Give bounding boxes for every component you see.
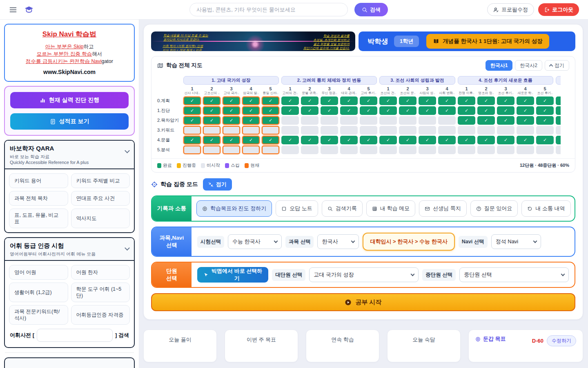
comm-button-history[interactable]: 내 소통 내역 xyxy=(521,200,570,217)
comm-button-target[interactable]: 학습목표와 진도 정하기 xyxy=(196,200,272,217)
map-cell[interactable] xyxy=(399,126,416,135)
map-cell[interactable] xyxy=(203,126,220,135)
map-cell[interactable]: ✓ xyxy=(301,106,318,115)
navi-select[interactable]: 정석 Navi xyxy=(491,234,541,249)
map-cell[interactable] xyxy=(242,146,260,154)
vocab-header[interactable]: 어휘 등급 인증 시험 영어어원부터 어휘사전까지 어휘 메뉴 모음 xyxy=(5,238,134,261)
map-cell[interactable] xyxy=(379,116,397,125)
map-cell[interactable]: ✓ xyxy=(536,96,554,105)
map-cell[interactable]: ✓ xyxy=(340,106,358,115)
map-cell[interactable] xyxy=(438,126,456,135)
map-cell[interactable] xyxy=(301,146,318,154)
subject-select[interactable]: 한국사 xyxy=(317,234,359,249)
map-cell[interactable]: ✓ xyxy=(536,116,554,125)
map-cell[interactable] xyxy=(536,146,554,154)
focus-collapse-button[interactable]: 접기 xyxy=(203,178,232,191)
bigmap-select-button[interactable]: 빅맵에서 바로 선택하기 xyxy=(197,267,268,283)
qara-menu-item[interactable]: 과목 전체 목차 xyxy=(9,191,68,206)
map-cell[interactable]: ✓ xyxy=(399,106,416,115)
comm-button-grid[interactable]: 내 학습 메모 xyxy=(366,200,415,217)
map-cell[interactable]: ✓ xyxy=(458,136,475,144)
major-unit-select[interactable]: 고대 국가의 성장 xyxy=(309,267,419,282)
minor-unit-select[interactable]: 중단원 선택 xyxy=(459,267,569,282)
map-cell[interactable]: ✓ xyxy=(183,116,201,125)
map-cell[interactable]: ✓ xyxy=(458,106,475,115)
map-cell[interactable] xyxy=(223,146,240,154)
map-cell[interactable] xyxy=(360,146,377,154)
current-level-diagnosis-button[interactable]: 현재 실력 진단 진행 xyxy=(10,92,129,108)
map-cell[interactable] xyxy=(281,116,299,125)
map-tab-한국사1[interactable]: 한국사1 xyxy=(486,60,513,71)
map-cell[interactable]: ✓ xyxy=(360,96,377,105)
map-cell[interactable] xyxy=(262,126,279,135)
map-cell[interactable] xyxy=(360,116,377,125)
map-cell[interactable] xyxy=(536,126,554,135)
map-cell[interactable] xyxy=(379,146,397,154)
comm-button-question[interactable]: 질문 있어요 xyxy=(470,200,518,217)
map-cell[interactable]: ✓ xyxy=(203,106,220,115)
map-cell[interactable]: ✓ xyxy=(183,96,201,105)
map-cell[interactable] xyxy=(458,126,475,135)
comm-button-squareo[interactable]: 오답 노트 xyxy=(276,200,318,217)
dictionary-search-label[interactable]: ] 검색 xyxy=(115,332,129,339)
current-course-button[interactable]: 개념풀 한국사 1 1단원: 고대 국가의 성장 xyxy=(426,34,549,49)
map-cell[interactable]: ✓ xyxy=(497,116,514,125)
map-cell[interactable]: ✓ xyxy=(536,136,554,144)
map-cell[interactable]: ✓ xyxy=(379,96,397,105)
map-cell[interactable] xyxy=(340,146,358,154)
map-cell[interactable]: ✓ xyxy=(242,136,260,144)
map-cell[interactable]: ✓ xyxy=(399,96,416,105)
map-cell[interactable]: ✓ xyxy=(556,106,561,115)
search-input[interactable] xyxy=(189,3,348,16)
map-cell[interactable]: ✓ xyxy=(223,136,240,144)
logo-graduation-cap-icon[interactable] xyxy=(24,5,33,14)
map-cell[interactable] xyxy=(419,146,436,154)
map-cell[interactable]: ✓ xyxy=(399,136,416,144)
map-cell[interactable]: ✓ xyxy=(262,106,279,115)
map-cell[interactable] xyxy=(242,126,260,135)
map-cell[interactable] xyxy=(321,116,338,125)
logout-button[interactable]: 로그아웃 xyxy=(538,3,579,16)
map-cell[interactable] xyxy=(301,126,318,135)
map-cell[interactable]: ✓ xyxy=(536,106,554,115)
goal-edit-button[interactable]: 수정하기 xyxy=(547,335,576,346)
qara-menu-item[interactable]: 연대표 주요 사건 xyxy=(71,191,130,206)
map-cell[interactable]: ✓ xyxy=(360,136,377,144)
map-cell[interactable] xyxy=(183,146,201,154)
map-cell[interactable] xyxy=(419,126,436,135)
map-cell[interactable]: ✓ xyxy=(517,106,534,115)
map-cell[interactable]: ✓ xyxy=(203,136,220,144)
map-cell[interactable]: ✓ xyxy=(517,116,534,125)
start-study-button[interactable]: 공부 시작 xyxy=(151,293,575,311)
map-cell[interactable]: ✓ xyxy=(419,96,436,105)
map-cell[interactable]: ✓ xyxy=(183,106,201,115)
map-cell[interactable] xyxy=(556,146,561,154)
map-cell[interactable]: ✓ xyxy=(301,96,318,105)
map-cell[interactable]: ✓ xyxy=(262,96,279,105)
map-cell[interactable]: ✓ xyxy=(242,116,260,125)
map-cell[interactable] xyxy=(458,146,475,154)
map-cell[interactable] xyxy=(517,126,534,135)
map-cell[interactable]: ✓ xyxy=(477,96,495,105)
map-cell[interactable]: ✓ xyxy=(262,116,279,125)
map-cell[interactable]: ✓ xyxy=(242,96,260,105)
map-cell[interactable] xyxy=(301,116,318,125)
map-cell[interactable]: ✓ xyxy=(419,136,436,144)
map-cell[interactable] xyxy=(477,146,495,154)
map-cell[interactable]: ✓ xyxy=(281,106,299,115)
map-cell[interactable] xyxy=(399,116,416,125)
qara-menu-item[interactable]: 역사지도 xyxy=(71,209,130,228)
vocab-menu-item[interactable]: 어휘등급인증 자격증 xyxy=(71,305,130,325)
map-cell[interactable] xyxy=(262,146,279,154)
map-cell[interactable]: ✓ xyxy=(281,96,299,105)
map-cell[interactable] xyxy=(517,146,534,154)
report-card-button[interactable]: 성적표 보기 xyxy=(10,113,129,130)
qara-menu-item[interactable]: 표, 도표, 유물, 비교표 xyxy=(9,209,68,228)
map-cell[interactable] xyxy=(379,126,397,135)
map-cell[interactable] xyxy=(321,126,338,135)
search-button[interactable]: 검색 xyxy=(354,3,388,16)
qara-menu-item[interactable]: 키워드 용어 xyxy=(9,173,68,188)
map-cell[interactable]: ✓ xyxy=(477,106,495,115)
map-cell[interactable]: ✓ xyxy=(379,136,397,144)
map-cell[interactable]: ✓ xyxy=(438,106,456,115)
